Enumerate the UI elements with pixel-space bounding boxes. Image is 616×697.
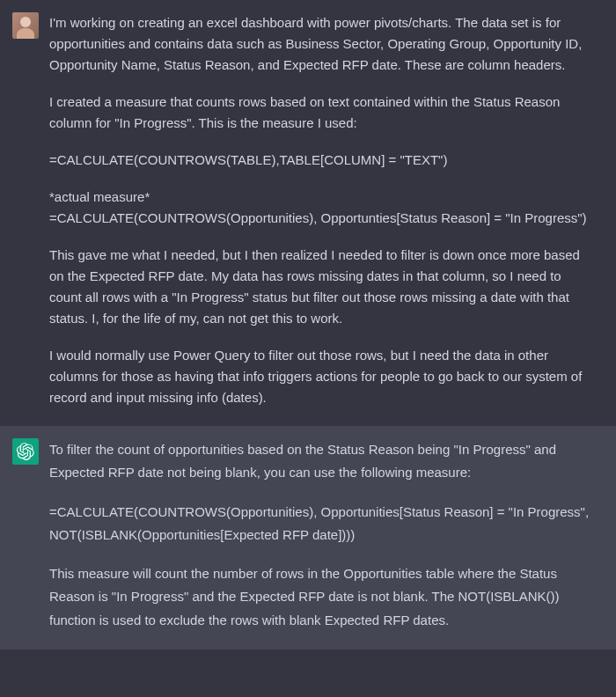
- assistant-content: To filter the count of opportunities bas…: [49, 438, 604, 632]
- user-avatar: [12, 12, 39, 39]
- user-content: I'm working on creating an excel dashboa…: [49, 12, 604, 408]
- assistant-paragraph: To filter the count of opportunities bas…: [49, 438, 597, 485]
- assistant-paragraph: This measure will count the number of ro…: [49, 562, 597, 632]
- openai-logo-icon: [17, 443, 34, 460]
- ai-avatar: [12, 438, 39, 465]
- user-paragraph: I'm working on creating an excel dashboa…: [49, 12, 597, 76]
- user-paragraph: This gave me what I needed, but I then r…: [49, 245, 597, 329]
- user-message: I'm working on creating an excel dashboa…: [0, 0, 616, 426]
- user-paragraph: I created a measure that counts rows bas…: [49, 92, 597, 134]
- assistant-message: To filter the count of opportunities bas…: [0, 426, 616, 649]
- user-paragraph: *actual measure* =CALCULATE(COUNTROWS(Op…: [49, 187, 597, 229]
- user-paragraph: I would normally use Power Query to filt…: [49, 345, 597, 408]
- assistant-code: =CALCULATE(COUNTROWS(Opportunities), Opp…: [49, 501, 597, 547]
- user-code: =CALCULATE(COUNTROWS(TABLE),TABLE[COLUMN…: [49, 150, 597, 171]
